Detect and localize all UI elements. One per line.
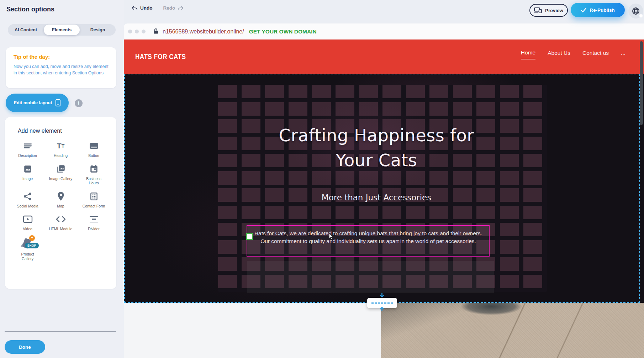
language-globe-button[interactable] [628,4,643,19]
site-nav: Home About Us Contact us ... [521,49,625,59]
nav-item-contact[interactable]: Contact us [582,50,609,59]
hero-paragraph[interactable]: Hats for Cats, we are dedicated to craft… [251,230,486,246]
element-map[interactable]: Map [44,191,77,209]
undo-redo-group: Undo Redo [132,5,184,11]
window-dot [128,30,132,33]
window-dot [142,30,146,33]
element-heading[interactable]: TT Heading [44,141,77,158]
element-grid: Description TT Heading Button Image Imag… [11,141,110,261]
window-dot [135,30,139,33]
check-icon [581,8,586,12]
redo-icon [178,6,184,11]
social-media-icon [22,191,33,202]
element-divider[interactable]: Divider [78,214,110,231]
element-button[interactable]: Button [78,141,110,158]
republish-button[interactable]: Re-Publish [571,3,625,17]
heading-icon: TT [56,141,66,151]
globe-status-dot [639,14,643,17]
tab-design[interactable]: Design [80,25,116,35]
nav-item-more[interactable]: ... [621,50,625,59]
image-gallery-icon [56,164,66,174]
tab-ai-content[interactable]: AI Content [8,25,44,35]
element-social-media[interactable]: Social Media [11,191,44,209]
section-height-resize-widget[interactable] [367,298,397,308]
mobile-phone-icon [56,99,60,106]
done-button[interactable]: Done [5,340,45,354]
add-element-title: Add new element [18,128,110,134]
devices-icon [534,7,542,13]
undo-button[interactable]: Undo [132,5,153,11]
info-icon[interactable]: i [75,99,83,107]
republish-label: Re-Publish [590,7,615,13]
nav-item-about[interactable]: About Us [548,50,570,59]
upgrade-badge-icon [29,235,35,241]
nav-item-home[interactable]: Home [521,49,535,59]
preview-scrollbar[interactable] [640,41,643,125]
business-hours-icon [89,164,99,174]
hero-heading-line2[interactable]: Your Cats [124,150,629,170]
map-pin-icon [56,191,66,202]
selected-text-element[interactable]: Hats for Cats, we are dedicated to craft… [247,225,490,257]
element-hover-highlight [247,261,494,293]
undo-icon [132,6,138,11]
add-element-card: Add new element Description TT Heading B… [5,117,116,289]
element-contact-form[interactable]: Contact Form [78,191,110,209]
edit-mobile-layout-button[interactable]: Edit mobile layout [6,94,69,112]
tip-of-the-day-card: Tip of the day: Now you can add, move an… [6,47,116,88]
arrow-up-icon [379,306,385,312]
element-business-hours[interactable]: Business Hours [78,164,110,185]
element-description[interactable]: Description [11,141,44,158]
divider-icon [89,214,99,225]
shop-badge: SHOP [25,243,39,248]
preview-label: Preview [545,8,563,13]
edit-mobile-label: Edit mobile layout [14,100,52,105]
site-url[interactable]: n1566589.websitebuilder.online/ [163,28,244,35]
hero-section[interactable]: Crafting Happiness for Your Cats More th… [124,74,644,303]
tip-body: Now you can add, move and resize any ele… [14,63,109,76]
site-header[interactable]: HATS FOR CATS Home About Us Contact us .… [124,40,644,74]
window-dots [128,30,146,33]
resize-dashed-line [371,302,393,304]
description-icon [22,141,33,151]
lock-icon [153,28,158,35]
tip-title: Tip of the day: [14,54,109,60]
browser-chrome: n1566589.websitebuilder.online/ GET YOUR… [124,23,644,40]
element-image-gallery[interactable]: Image Gallery [44,164,77,185]
html-code-icon [56,214,66,225]
image-icon [22,164,33,174]
button-icon [89,141,99,151]
tab-elements[interactable]: Elements [44,25,80,35]
redo-button[interactable]: Redo [163,5,184,11]
redo-label: Redo [163,5,175,11]
app-window: Undo Redo Preview Re-Publish n1566589.we… [0,0,644,358]
hero-subheading[interactable]: More than Just Accessories [124,193,629,202]
globe-icon [632,7,640,15]
get-domain-link[interactable]: GET YOUR OWN DOMAIN [249,28,317,35]
element-html-module[interactable]: HTML Module [44,214,77,231]
sidebar-divider [5,331,116,332]
element-image[interactable]: Image [11,164,44,185]
product-gallery-icon: SHOP [20,237,35,250]
next-section-floor-image[interactable] [381,303,644,358]
panel-title: Section options [6,6,54,13]
element-product-gallery[interactable]: SHOP Product Gallery [11,237,44,261]
mouse-cursor [329,233,334,242]
hero-heading-line1[interactable]: Crafting Happiness for [124,125,629,145]
contact-form-icon [89,191,99,202]
section-options-panel: Section options AI Content Elements Desi… [0,0,124,358]
element-video[interactable]: Video [11,214,44,231]
preview-button[interactable]: Preview [529,4,568,17]
panel-tabs: AI Content Elements Design [8,24,116,36]
site-logo[interactable]: HATS FOR CATS [135,52,186,61]
next-section-blank[interactable] [124,303,381,358]
arrow-down-icon [379,293,385,300]
undo-label: Undo [140,5,153,11]
video-icon [22,214,33,225]
